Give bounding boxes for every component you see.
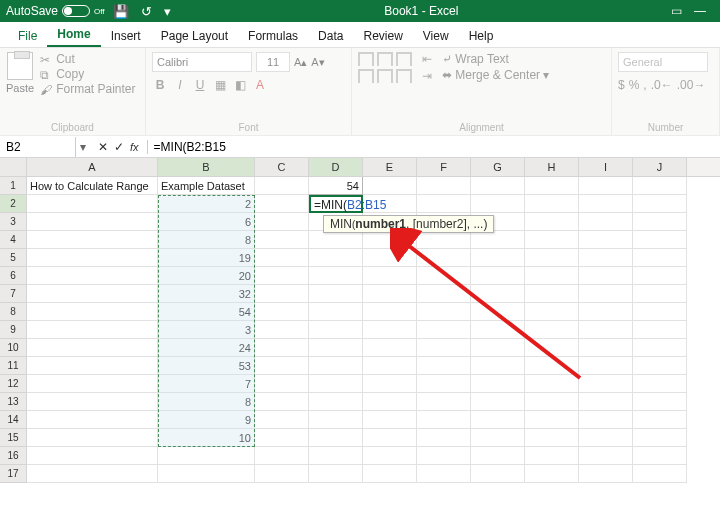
cell[interactable] [633, 303, 687, 321]
cell[interactable] [525, 375, 579, 393]
cell[interactable] [309, 231, 363, 249]
cell[interactable] [363, 447, 417, 465]
row-header[interactable]: 12 [0, 375, 27, 393]
cell[interactable] [255, 177, 309, 195]
cell[interactable] [255, 339, 309, 357]
name-box[interactable]: B2 [0, 137, 76, 157]
cell[interactable] [471, 267, 525, 285]
cell[interactable] [579, 267, 633, 285]
cell[interactable] [363, 177, 417, 195]
cell[interactable] [27, 393, 158, 411]
cell[interactable] [417, 249, 471, 267]
cell[interactable] [363, 195, 417, 213]
cell[interactable] [27, 411, 158, 429]
col-header-A[interactable]: A [27, 158, 158, 176]
cell[interactable]: 8 [158, 231, 255, 249]
tab-page-layout[interactable]: Page Layout [151, 25, 238, 47]
cell[interactable] [471, 321, 525, 339]
cell[interactable] [363, 285, 417, 303]
cell[interactable] [579, 393, 633, 411]
cell[interactable] [158, 465, 255, 483]
cell[interactable] [27, 213, 158, 231]
cell[interactable] [579, 411, 633, 429]
name-box-dropdown-icon[interactable]: ▾ [76, 140, 90, 154]
col-header-H[interactable]: H [525, 158, 579, 176]
cell[interactable] [309, 411, 363, 429]
cell[interactable] [471, 375, 525, 393]
cell[interactable]: How to Calculate Range [27, 177, 158, 195]
cell[interactable] [417, 195, 471, 213]
undo-icon[interactable]: ↺ [137, 4, 156, 19]
cell[interactable] [255, 321, 309, 339]
cell[interactable] [471, 411, 525, 429]
cell[interactable] [471, 303, 525, 321]
row-header[interactable]: 5 [0, 249, 27, 267]
cell[interactable] [363, 321, 417, 339]
row-header[interactable]: 1 [0, 177, 27, 195]
cell[interactable] [579, 285, 633, 303]
borders-button[interactable]: ▦ [212, 78, 228, 92]
cell[interactable] [525, 303, 579, 321]
cell[interactable] [525, 231, 579, 249]
tab-help[interactable]: Help [459, 25, 504, 47]
paste-button[interactable]: Paste [6, 52, 34, 94]
cell[interactable] [363, 393, 417, 411]
cancel-edit-icon[interactable]: ✕ [98, 140, 108, 154]
underline-button[interactable]: U [192, 78, 208, 92]
indent-increase-icon[interactable]: ⇥ [422, 69, 432, 83]
cell[interactable] [255, 213, 309, 231]
column-headers[interactable]: A B C D E F G H I J [0, 158, 720, 177]
cell[interactable] [363, 303, 417, 321]
row-header[interactable]: 7 [0, 285, 27, 303]
cell[interactable] [309, 465, 363, 483]
cell[interactable] [525, 429, 579, 447]
cell[interactable] [27, 375, 158, 393]
row-header[interactable]: 9 [0, 321, 27, 339]
cell[interactable] [525, 321, 579, 339]
cell[interactable] [525, 177, 579, 195]
cell[interactable] [633, 231, 687, 249]
cell[interactable] [525, 393, 579, 411]
cell[interactable]: 10 [158, 429, 255, 447]
col-header-I[interactable]: I [579, 158, 633, 176]
cell[interactable] [633, 465, 687, 483]
cell[interactable] [579, 357, 633, 375]
cell[interactable] [417, 357, 471, 375]
cell[interactable] [633, 447, 687, 465]
cell[interactable] [27, 267, 158, 285]
cell[interactable] [471, 339, 525, 357]
cell[interactable] [255, 249, 309, 267]
font-name-select[interactable]: Calibri [152, 52, 252, 72]
cell[interactable] [27, 339, 158, 357]
cell[interactable] [525, 213, 579, 231]
cell[interactable] [417, 447, 471, 465]
cell[interactable] [363, 465, 417, 483]
cell[interactable] [255, 357, 309, 375]
cell[interactable] [579, 429, 633, 447]
cell[interactable]: 8 [158, 393, 255, 411]
cell[interactable] [579, 375, 633, 393]
cell[interactable] [255, 465, 309, 483]
cell[interactable] [27, 249, 158, 267]
cell[interactable] [27, 447, 158, 465]
grow-font-icon[interactable]: A▴ [294, 56, 307, 69]
tab-home[interactable]: Home [47, 23, 100, 47]
copy-button[interactable]: ⧉Copy [40, 67, 135, 81]
cell[interactable] [255, 267, 309, 285]
cell[interactable] [471, 429, 525, 447]
align-icons[interactable] [358, 52, 412, 83]
cell[interactable] [633, 213, 687, 231]
col-header-C[interactable]: C [255, 158, 309, 176]
cell[interactable] [579, 321, 633, 339]
cell[interactable] [579, 231, 633, 249]
col-header-E[interactable]: E [363, 158, 417, 176]
cell[interactable] [579, 195, 633, 213]
cell[interactable] [309, 303, 363, 321]
cell[interactable] [255, 393, 309, 411]
fx-icon[interactable]: fx [130, 141, 139, 153]
cell[interactable] [525, 285, 579, 303]
cell[interactable] [363, 249, 417, 267]
cell[interactable] [579, 447, 633, 465]
cell[interactable]: 24 [158, 339, 255, 357]
formula-bar[interactable]: =MIN(B2:B15 [147, 140, 720, 154]
